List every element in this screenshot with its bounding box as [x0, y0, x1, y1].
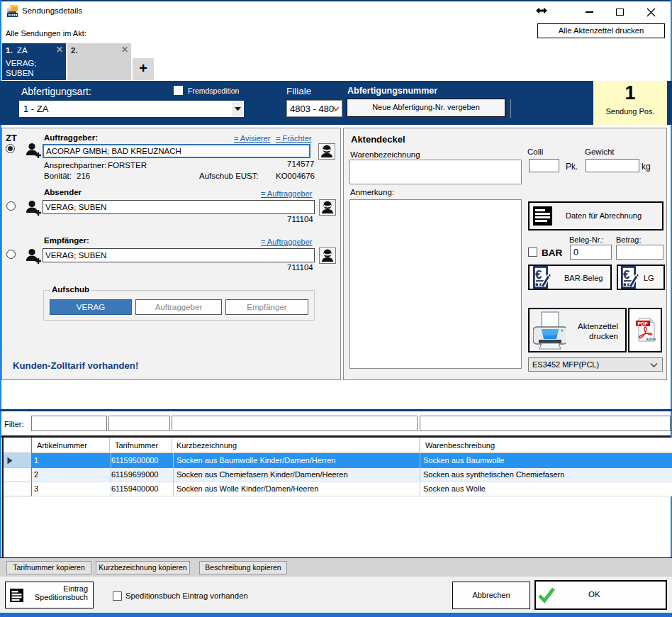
svg-text:Adobe: Adobe	[645, 337, 656, 341]
svg-text:€: €	[623, 268, 630, 282]
svg-text:PDF: PDF	[638, 321, 649, 326]
svg-text:€: €	[535, 268, 542, 282]
